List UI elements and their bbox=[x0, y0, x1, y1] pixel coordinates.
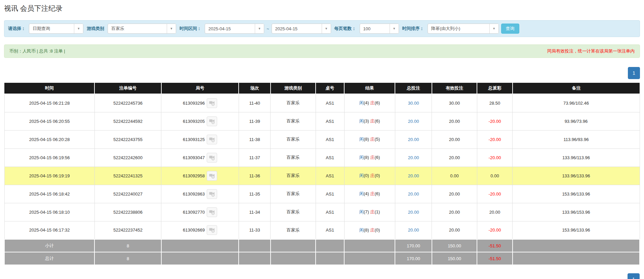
total-bet-cell: 170.00 bbox=[395, 239, 432, 252]
round-cell: 613092770 bbox=[161, 203, 239, 221]
round-id: 613093125 bbox=[183, 137, 205, 142]
column-header: 游戏类别 bbox=[271, 83, 316, 94]
bet-id-cell: 522422241325 bbox=[94, 167, 161, 185]
total-bet-link[interactable]: 30.00 bbox=[408, 101, 419, 106]
session-cell: 11-38 bbox=[239, 130, 271, 148]
round-id: 613092958 bbox=[183, 173, 205, 178]
result-player: 闲 bbox=[359, 155, 364, 160]
video-replay-button[interactable] bbox=[207, 207, 217, 217]
total-bet-link[interactable]: 20.00 bbox=[408, 155, 419, 160]
video-replay-button[interactable] bbox=[207, 135, 217, 144]
round-id: 613092770 bbox=[183, 210, 205, 215]
time-cell: 2025-04-15 06:17:32 bbox=[4, 221, 94, 239]
session-cell: 11-33 bbox=[239, 221, 271, 239]
chevron-down-icon[interactable]: ▼ bbox=[489, 24, 498, 33]
result-cell: 闲(8) 庄(6) bbox=[344, 148, 395, 167]
payout-cell: -51.50 bbox=[477, 252, 513, 265]
video-replay-button[interactable] bbox=[207, 153, 217, 163]
page-title: 视讯 会员下注纪录 bbox=[4, 0, 640, 13]
chevron-down-icon[interactable]: ▼ bbox=[255, 24, 264, 33]
remark-cell: 73.96/102.46 bbox=[513, 94, 640, 112]
time-sort-select[interactable]: 降幂(由大到小) ▼ bbox=[428, 24, 499, 34]
result-cell bbox=[344, 239, 395, 252]
video-replay-icon bbox=[209, 137, 215, 142]
game-type-label: 游戏类别 bbox=[86, 26, 105, 32]
table-no-cell: AS1 bbox=[316, 167, 344, 185]
chevron-down-icon[interactable]: ▼ bbox=[74, 24, 83, 33]
remark-cell bbox=[513, 239, 640, 252]
page-size-label: 每页笔数： bbox=[333, 26, 357, 32]
chevron-down-icon[interactable]: ▼ bbox=[390, 24, 399, 33]
game-type-cell: 百家乐 bbox=[271, 130, 316, 148]
bet-table-footer: 小计8170.00150.00-51.50总计8170.00150.00-51.… bbox=[4, 239, 640, 265]
total-bet-cell: 20.00 bbox=[395, 148, 432, 167]
page-size-select[interactable]: 100 ▼ bbox=[360, 24, 399, 34]
total-bet-link[interactable]: 20.00 bbox=[408, 210, 419, 215]
search-button[interactable]: 查询 bbox=[501, 24, 519, 34]
table-row: 2025-04-15 06:19:56522422242600613093047… bbox=[4, 148, 640, 167]
result-banker: 庄 bbox=[370, 228, 375, 233]
table-no-cell: AS1 bbox=[316, 130, 344, 148]
result-cell: 闲(4) 庄(6) bbox=[344, 94, 395, 112]
result-banker: 庄 bbox=[370, 191, 375, 196]
game-type-cell: 百家乐 bbox=[271, 94, 316, 112]
total-bet-link[interactable]: 20.00 bbox=[408, 191, 419, 197]
chevron-down-icon[interactable]: ▼ bbox=[322, 24, 331, 33]
time-cell: 2025-04-15 06:19:19 bbox=[4, 167, 94, 185]
result-cell: 闲(0) 庄(0) bbox=[344, 167, 395, 185]
total-bet-cell: 170.00 bbox=[395, 252, 432, 265]
time-range-label: 时间区间： bbox=[178, 26, 202, 32]
round-cell bbox=[161, 252, 239, 265]
remark-cell: 93.96/73.96 bbox=[513, 112, 640, 130]
result-player: 闲 bbox=[359, 118, 364, 124]
bet-id-cell: 522422240027 bbox=[94, 185, 161, 203]
result-banker: 庄 bbox=[370, 137, 375, 142]
remark-cell: 133.96/113.96 bbox=[513, 148, 640, 167]
session-cell: 11-36 bbox=[239, 167, 271, 185]
bet-id-cell: 522422244592 bbox=[94, 112, 161, 130]
result-banker: 庄 bbox=[370, 100, 375, 105]
session-cell: 11-37 bbox=[239, 148, 271, 167]
payout-cell: 28.50 bbox=[477, 94, 513, 112]
bet-records-table: 时间注单编号局号场次游戏类别桌号结果总投注有效投注总派彩备注 2025-04-1… bbox=[4, 83, 640, 265]
page-1-button-bottom[interactable]: 1 bbox=[628, 273, 640, 279]
date-from-select[interactable]: 2025-04-15 ▼ bbox=[205, 24, 264, 34]
time-sort-label: 时间排序： bbox=[401, 26, 425, 32]
video-replay-button[interactable] bbox=[207, 171, 217, 181]
time-cell: 2025-04-15 06:19:56 bbox=[4, 148, 94, 167]
video-replay-button[interactable] bbox=[207, 98, 217, 108]
session-cell bbox=[239, 252, 271, 265]
video-replay-icon bbox=[209, 118, 215, 124]
bet-id-cell: 522422245736 bbox=[94, 94, 161, 112]
video-replay-button[interactable] bbox=[207, 225, 217, 235]
date-to-select[interactable]: 2025-04-15 ▼ bbox=[272, 24, 331, 34]
page-1-button[interactable]: 1 bbox=[628, 67, 640, 79]
pagination-top: 1 bbox=[4, 67, 640, 79]
currency-summary-text: 币别：人民币 | 总共 :8 注单 | bbox=[9, 48, 65, 54]
table-no-cell: AS1 bbox=[316, 112, 344, 130]
valid-bet-cell: 20.00 bbox=[432, 185, 477, 203]
session-cell: 11-39 bbox=[239, 112, 271, 130]
remark-cell: 153.96/133.96 bbox=[513, 221, 640, 239]
video-replay-button[interactable] bbox=[207, 116, 217, 126]
total-bet-link[interactable]: 20.00 bbox=[408, 137, 419, 142]
result-cell: 闲(7) 庄(1) bbox=[344, 203, 395, 221]
result-player: 闲 bbox=[359, 191, 364, 196]
round-cell: 613092863 bbox=[161, 185, 239, 203]
video-replay-icon bbox=[209, 191, 215, 197]
table-no-cell: AS1 bbox=[316, 185, 344, 203]
total-bet-cell: 20.00 bbox=[395, 203, 432, 221]
game-type-select[interactable]: 百家乐 ▼ bbox=[108, 24, 176, 34]
result-banker: 庄 bbox=[370, 209, 375, 214]
result-banker: 庄 bbox=[370, 118, 375, 124]
query-type-select[interactable]: 日期查询 ▼ bbox=[29, 24, 83, 34]
total-bet-link[interactable]: 20.00 bbox=[408, 173, 419, 178]
chevron-down-icon[interactable]: ▼ bbox=[167, 24, 176, 33]
total-bet-link[interactable]: 20.00 bbox=[408, 119, 419, 124]
column-header: 备注 bbox=[513, 83, 640, 94]
total-bet-link[interactable]: 20.00 bbox=[408, 228, 419, 233]
table-no-cell bbox=[316, 252, 344, 265]
remark-cell: 133.96/133.96 bbox=[513, 167, 640, 185]
summary-row: 总计8170.00150.00-51.50 bbox=[4, 252, 640, 265]
video-replay-button[interactable] bbox=[207, 189, 217, 199]
